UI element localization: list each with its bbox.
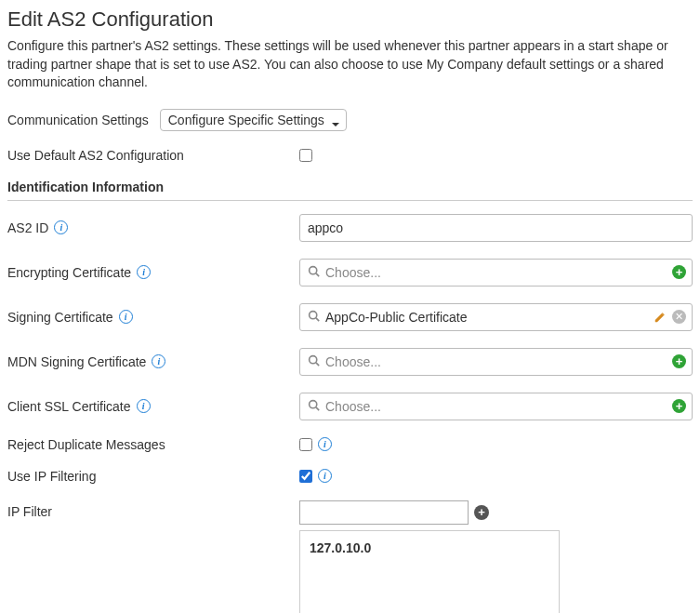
svg-line-5	[316, 363, 319, 366]
add-button[interactable]: +	[672, 354, 686, 368]
encrypting-cert-chooser[interactable]: +	[299, 259, 693, 287]
as2-id-input[interactable]	[299, 214, 693, 242]
plus-icon: +	[672, 265, 686, 279]
info-icon[interactable]: i	[318, 469, 332, 483]
use-ip-filter-label: Use IP Filtering	[7, 469, 96, 484]
ssl-cert-label: Client SSL Certificate	[7, 399, 131, 414]
svg-line-7	[316, 407, 319, 410]
search-icon	[308, 310, 320, 325]
signing-cert-value: AppCo-Public Certificate	[325, 310, 648, 325]
comm-settings-select-wrap: Configure Specific Settings	[160, 109, 347, 131]
close-icon: ✕	[672, 310, 686, 324]
info-icon[interactable]: i	[137, 265, 151, 279]
comm-settings-select[interactable]: Configure Specific Settings	[160, 109, 347, 131]
plus-icon: +	[672, 399, 686, 413]
info-icon[interactable]: i	[152, 354, 165, 368]
section-identification: Identification Information	[7, 180, 693, 201]
use-default-checkbox[interactable]	[299, 149, 312, 162]
add-button[interactable]: +	[672, 265, 686, 279]
reject-dup-checkbox[interactable]	[299, 438, 312, 451]
mdn-cert-chooser[interactable]: +	[299, 348, 693, 376]
use-default-label: Use Default AS2 Configuration	[7, 148, 184, 163]
ip-filter-list[interactable]: 127.0.10.0	[299, 530, 560, 613]
mdn-cert-input[interactable]	[325, 354, 667, 369]
svg-line-3	[316, 318, 319, 321]
reject-dup-label: Reject Duplicate Messages	[7, 437, 165, 452]
plus-icon: +	[474, 505, 489, 520]
signing-cert-chooser[interactable]: AppCo-Public Certificate ✕	[299, 303, 693, 331]
info-icon[interactable]: i	[137, 399, 151, 413]
edit-button[interactable]	[654, 311, 667, 324]
ip-filter-item[interactable]: 127.0.10.0	[310, 539, 549, 557]
ip-filter-add-button[interactable]: +	[474, 505, 489, 520]
info-icon[interactable]: i	[318, 437, 332, 451]
encrypting-cert-label: Encrypting Certificate	[7, 265, 131, 280]
svg-point-6	[310, 400, 317, 407]
clear-button[interactable]: ✕	[672, 310, 686, 324]
add-button[interactable]: +	[672, 399, 686, 413]
use-ip-filter-checkbox[interactable]	[299, 470, 312, 483]
page-title: Edit AS2 Configuration	[7, 7, 693, 32]
as2-id-label: AS2 ID	[7, 220, 48, 235]
signing-cert-label: Signing Certificate	[7, 310, 113, 325]
svg-point-2	[310, 311, 317, 318]
search-icon	[308, 354, 320, 369]
page-description: Configure this partner's AS2 settings. T…	[7, 37, 693, 92]
encrypting-cert-input[interactable]	[325, 265, 667, 280]
info-icon[interactable]: i	[54, 220, 68, 234]
ssl-cert-chooser[interactable]: +	[299, 393, 693, 420]
svg-point-4	[310, 355, 317, 363]
svg-line-1	[316, 273, 319, 276]
svg-point-0	[310, 266, 317, 273]
ssl-cert-input[interactable]	[325, 399, 667, 414]
search-icon	[308, 265, 320, 280]
ip-filter-label: IP Filter	[7, 504, 52, 519]
ip-filter-input[interactable]	[299, 500, 469, 525]
mdn-cert-label: MDN Signing Certificate	[7, 354, 146, 369]
plus-icon: +	[672, 354, 686, 368]
comm-settings-label: Communication Settings	[7, 113, 149, 127]
info-icon[interactable]: i	[119, 310, 133, 324]
search-icon	[308, 399, 320, 414]
